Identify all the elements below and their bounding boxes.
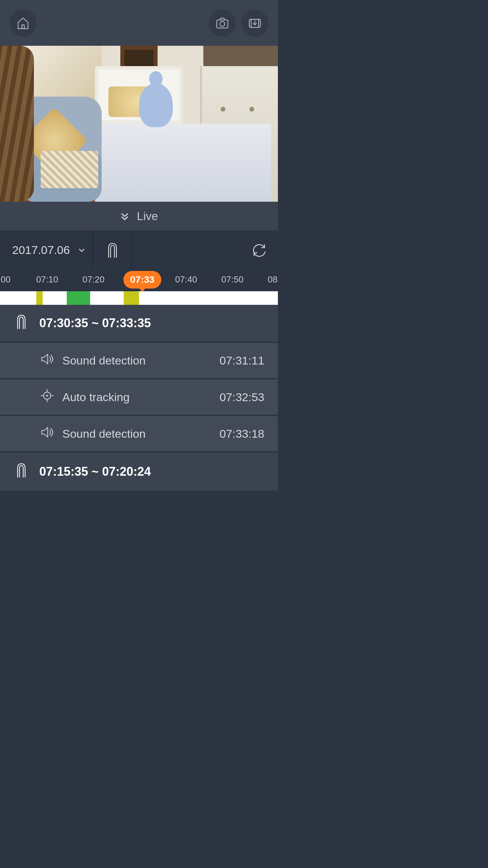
timeline-segment[interactable] [36, 291, 43, 305]
motion-icon [106, 242, 119, 258]
event-label: Auto tracking [62, 391, 220, 404]
event-group-header[interactable]: 07:30:35 ~ 07:33:35 [0, 305, 278, 343]
timeline-current-marker[interactable]: 07:33 [123, 271, 161, 289]
download-icon [247, 16, 262, 31]
timeline[interactable]: 00 07:10 07:20 07:40 07:50 08 07:33 [0, 270, 278, 305]
sound-icon [40, 352, 54, 369]
event-list: 07:30:35 ~ 07:33:35Sound detection07:31:… [0, 305, 278, 491]
date-bar: 2017.07.06 [0, 231, 278, 270]
chevron-down-icon [78, 246, 85, 254]
live-toggle[interactable]: Live [0, 202, 278, 231]
download-button[interactable] [241, 9, 268, 37]
event-group-header[interactable]: 07:15:35 ~ 07:20:24 [0, 453, 278, 491]
refresh-button[interactable] [241, 231, 278, 270]
video-feed[interactable] [0, 46, 278, 202]
home-button[interactable] [9, 9, 37, 37]
camera-icon [215, 16, 230, 31]
event-time: 07:33:18 [220, 427, 264, 440]
motion-filter-button[interactable] [93, 231, 132, 270]
date-bar-spacer [132, 231, 241, 270]
svg-point-4 [46, 395, 48, 396]
header-bar [0, 0, 278, 46]
event-label: Sound detection [62, 354, 220, 367]
motion-icon [15, 462, 28, 481]
home-icon [16, 16, 30, 31]
timeline-segment[interactable] [67, 291, 90, 305]
event-row[interactable]: Sound detection07:31:11 [0, 343, 278, 379]
event-label: Sound detection [62, 427, 220, 440]
event-row[interactable]: Sound detection07:33:18 [0, 416, 278, 453]
motion-icon [15, 314, 28, 333]
live-label: Live [137, 210, 158, 223]
event-group-range: 07:15:35 ~ 07:20:24 [39, 465, 151, 479]
event-time: 07:32:53 [220, 391, 264, 404]
sound-icon [40, 425, 54, 442]
refresh-icon [251, 242, 267, 258]
chevron-down-double-icon [120, 212, 129, 221]
event-group-range: 07:30:35 ~ 07:33:35 [39, 316, 151, 330]
timeline-segment[interactable] [124, 291, 139, 305]
date-value: 2017.07.06 [12, 243, 70, 257]
event-time: 07:31:11 [220, 354, 264, 367]
snapshot-button[interactable] [209, 9, 236, 37]
svg-point-1 [220, 21, 225, 26]
target-icon [40, 389, 54, 406]
timeline-track[interactable] [0, 291, 278, 305]
date-picker[interactable]: 2017.07.06 [0, 231, 93, 270]
event-row[interactable]: Auto tracking07:32:53 [0, 379, 278, 416]
